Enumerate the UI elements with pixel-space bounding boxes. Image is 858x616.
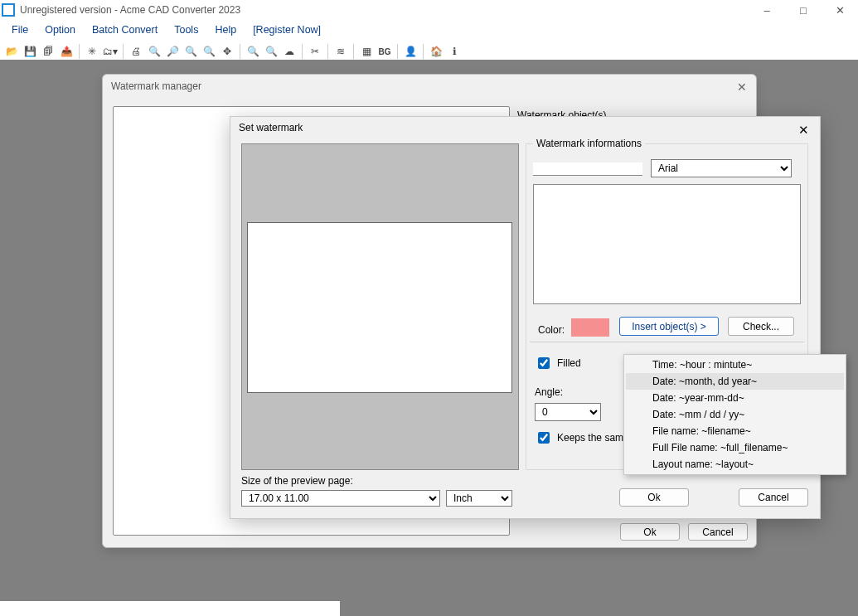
separator xyxy=(353,44,354,59)
export-icon[interactable]: 📤 xyxy=(58,43,75,60)
color-label: Color: xyxy=(538,324,565,336)
grid-icon[interactable]: ▦ xyxy=(358,43,375,60)
separator xyxy=(123,44,124,59)
menu-item-layout[interactable]: Layout name: ~layout~ xyxy=(626,456,844,473)
watermark-text-input[interactable] xyxy=(533,184,801,304)
group-label: Watermark informations xyxy=(533,138,645,149)
app-title: Unregistered version - Acme CAD Converte… xyxy=(20,4,240,16)
keeps-same-checkbox-label: Keeps the same xyxy=(557,432,629,444)
preview-unit-select[interactable]: Inch xyxy=(446,490,512,507)
ok-button[interactable]: Ok xyxy=(619,488,689,507)
zoom-window-icon[interactable]: 🔍 xyxy=(182,43,199,60)
window-controls: – □ ✕ xyxy=(749,0,858,20)
ok-button[interactable]: Ok xyxy=(620,523,680,541)
separator xyxy=(423,44,424,59)
app-titlebar: Unregistered version - Acme CAD Converte… xyxy=(0,0,858,21)
separator xyxy=(327,44,328,59)
filled-checkbox-input[interactable] xyxy=(538,357,550,369)
separator xyxy=(397,44,398,59)
dialog-title-text: Set watermark xyxy=(239,122,303,133)
minimize-button[interactable]: – xyxy=(749,0,785,20)
separator xyxy=(302,44,303,59)
keeps-same-checkbox-input[interactable] xyxy=(538,432,550,444)
menu-option[interactable]: Option xyxy=(36,22,84,37)
info-icon[interactable]: ℹ xyxy=(446,43,463,60)
menu-item-date-iso[interactable]: Date: ~year-mm-dd~ xyxy=(626,390,844,406)
angle-label: Angle: xyxy=(535,386,563,398)
menu-item-full-filename[interactable]: Full File name: ~full_filename~ xyxy=(626,439,844,456)
zoom-prev-icon[interactable]: 🔍 xyxy=(245,43,261,60)
zoom-next-icon[interactable]: 🔍 xyxy=(263,43,279,60)
layer-icon[interactable]: ≋ xyxy=(332,43,349,60)
menu-file[interactable]: File xyxy=(3,22,36,37)
zoom-in-icon[interactable]: 🔍 xyxy=(146,43,162,60)
preview-size-select[interactable]: 17.00 x 11.00 xyxy=(241,490,440,507)
menu-item-date-slash[interactable]: Date: ~mm / dd / yy~ xyxy=(626,406,844,423)
color-swatch[interactable] xyxy=(571,318,609,337)
cancel-button[interactable]: Cancel xyxy=(688,523,748,541)
close-button[interactable]: ✕ xyxy=(822,0,858,20)
maximize-button[interactable]: □ xyxy=(785,0,822,20)
pan-icon[interactable]: ✥ xyxy=(219,43,235,60)
dialog-title: Set watermark xyxy=(230,117,820,145)
keeps-same-checkbox[interactable]: Keeps the same xyxy=(535,429,629,446)
insert-object-button[interactable]: Insert object(s) > xyxy=(619,317,719,336)
save-all-icon[interactable]: 🗐 xyxy=(40,43,56,60)
menu-register[interactable]: [Register Now] xyxy=(245,22,329,37)
divider xyxy=(530,342,804,342)
home-icon[interactable]: 🏠 xyxy=(428,43,444,60)
font-select[interactable]: Arial xyxy=(651,159,792,177)
close-icon[interactable]: ✕ xyxy=(734,80,749,95)
menu-tools[interactable]: Tools xyxy=(166,22,206,37)
statusbar xyxy=(0,601,340,616)
close-icon[interactable]: ✕ xyxy=(795,122,812,138)
user-icon[interactable]: 👤 xyxy=(402,43,419,60)
filled-checkbox-label: Filled xyxy=(557,357,581,369)
check-button[interactable]: Check... xyxy=(728,317,794,336)
menu-help[interactable]: Help xyxy=(206,22,245,37)
angle-select[interactable]: 0 xyxy=(535,403,601,421)
preview-frame xyxy=(241,143,519,470)
dialog-title: Watermark manager ✕ xyxy=(103,75,756,98)
preview-size-label: Size of the preview page: xyxy=(241,475,353,487)
separator xyxy=(240,44,240,59)
bg-color-button[interactable]: BG xyxy=(376,43,393,60)
dialog-title-text: Watermark manager xyxy=(111,80,201,92)
preview-page xyxy=(247,222,512,393)
separator xyxy=(79,44,80,59)
cancel-button[interactable]: Cancel xyxy=(739,488,808,507)
menu-item-time[interactable]: Time: ~hour : mintute~ xyxy=(626,357,844,373)
zoom-out-icon[interactable]: 🔎 xyxy=(164,43,181,60)
menu-item-filename[interactable]: File name: ~filename~ xyxy=(626,423,844,439)
layers-icon[interactable]: 🗂▾ xyxy=(102,43,119,60)
menubar: File Option Batch Convert Tools Help [Re… xyxy=(0,21,858,40)
insert-object-menu: Time: ~hour : mintute~ Date: ~month, dd … xyxy=(623,354,846,475)
menu-item-date-long[interactable]: Date: ~month, dd year~ xyxy=(626,373,844,390)
open-icon[interactable]: 📂 xyxy=(3,43,20,60)
measure-icon[interactable]: ✂ xyxy=(307,43,323,60)
menu-batch[interactable]: Batch Convert xyxy=(84,22,166,37)
regen-icon[interactable]: ☁ xyxy=(281,43,298,60)
print-icon[interactable]: 🖨 xyxy=(128,43,144,60)
zoom-extents-icon[interactable]: 🔍 xyxy=(201,43,217,60)
watermark-name-input[interactable] xyxy=(533,162,642,176)
filled-checkbox[interactable]: Filled xyxy=(535,355,581,371)
convert-icon[interactable]: ✳ xyxy=(84,43,100,60)
save-icon[interactable]: 💾 xyxy=(22,43,38,60)
app-icon xyxy=(2,3,15,17)
